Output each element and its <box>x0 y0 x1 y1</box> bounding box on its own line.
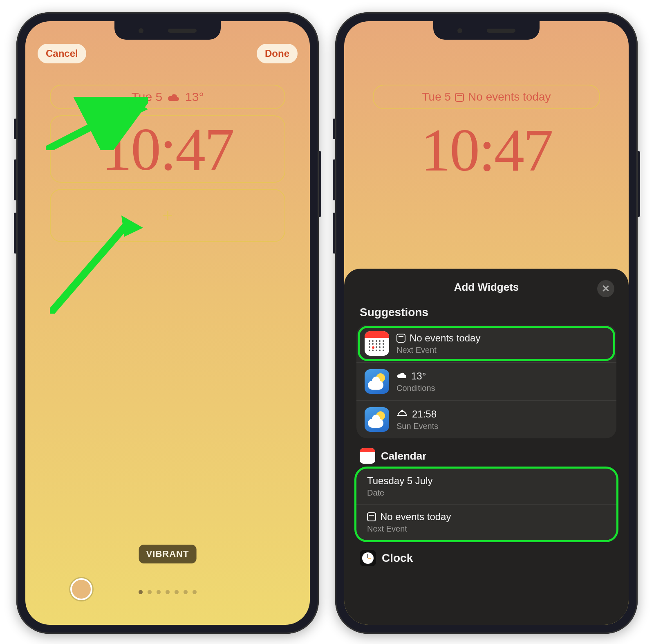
date-label: Tue 5 <box>422 90 451 103</box>
phone-left: Cancel Done Tue 5 13° 10:47 + <box>16 12 319 634</box>
clock-section-heading: Clock <box>360 550 613 566</box>
suggestion-conditions[interactable]: 13° Conditions <box>356 363 616 401</box>
svg-marker-1 <box>128 97 148 117</box>
done-button[interactable]: Done <box>257 44 298 63</box>
calendar-section-heading: Calendar <box>360 448 613 464</box>
svg-marker-3 <box>121 215 143 237</box>
suggestion-subtitle: Sun Events <box>396 422 438 431</box>
page-indicator[interactable] <box>139 590 197 594</box>
suggestion-title: 13° <box>411 370 426 382</box>
weather-app-icon <box>365 369 389 394</box>
cloud-icon <box>396 370 407 382</box>
event-label: No events today <box>468 90 551 103</box>
filter-name-label: VIBRANT <box>139 545 197 563</box>
suggestion-sun-events[interactable]: 21:58 Sun Events <box>356 401 616 438</box>
suggestion-next-event[interactable]: No events today Next Event <box>356 325 616 363</box>
sheet-title: Add Widgets <box>454 281 519 293</box>
cancel-button[interactable]: Cancel <box>38 44 86 63</box>
suggestions-card: No events today Next Event <box>356 325 616 438</box>
suggestion-title: No events today <box>410 332 480 344</box>
power-button <box>638 151 640 217</box>
widget-subtitle: Date <box>367 488 433 498</box>
calendar-app-icon <box>360 448 375 464</box>
side-buttons-left <box>14 119 16 266</box>
svg-line-0 <box>46 104 135 150</box>
widget-subtitle: Next Event <box>367 524 451 534</box>
calendar-mini-icon <box>396 334 405 343</box>
widget-title: No events today <box>380 511 451 523</box>
clock-app-icon <box>360 550 376 566</box>
calendar-mini-icon <box>455 93 464 102</box>
calendar-widget-next-event[interactable]: No events today Next Event <box>356 505 616 540</box>
temp-label: 13° <box>185 90 204 104</box>
calendar-app-icon <box>365 331 389 356</box>
notch <box>114 21 221 40</box>
date-widget-slot[interactable]: Tue 5 No events today <box>373 85 600 109</box>
side-buttons-left <box>333 119 335 266</box>
lockscreen-widgets-sheet: Tue 5 No events today 10:47 Add Widgets … <box>344 21 629 625</box>
phone-right: Tue 5 No events today 10:47 Add Widgets … <box>335 12 638 634</box>
suggestion-subtitle: Next Event <box>396 346 480 355</box>
section-label: Calendar <box>381 450 426 462</box>
color-picker-button[interactable] <box>70 578 92 600</box>
section-label: Clock <box>382 552 413 565</box>
annotation-arrow-top <box>46 97 148 150</box>
close-button[interactable]: ✕ <box>597 280 614 297</box>
annotation-arrow-bottom <box>50 207 144 314</box>
suggestion-title: 21:58 <box>412 408 437 420</box>
svg-line-2 <box>50 224 128 314</box>
notch <box>433 21 540 40</box>
close-icon: ✕ <box>602 283 610 294</box>
suggestion-subtitle: Conditions <box>396 384 435 393</box>
suggestions-heading: Suggestions <box>360 306 613 319</box>
lockscreen-edit: Cancel Done Tue 5 13° 10:47 + <box>25 21 310 625</box>
cloud-icon <box>167 90 180 104</box>
power-button <box>319 151 321 217</box>
sunrise-icon <box>396 408 408 420</box>
weather-app-icon <box>365 407 389 432</box>
clock-time: 10:47 <box>344 115 629 185</box>
calendar-widgets-card: Tuesday 5 July Date No events today Next… <box>356 469 616 540</box>
plus-icon: + <box>162 205 173 226</box>
calendar-widget-date[interactable]: Tuesday 5 July Date <box>356 469 616 505</box>
add-widgets-sheet: Add Widgets ✕ Suggestions No even <box>344 269 629 625</box>
calendar-mini-icon <box>367 512 376 521</box>
widget-title: Tuesday 5 July <box>367 475 433 487</box>
